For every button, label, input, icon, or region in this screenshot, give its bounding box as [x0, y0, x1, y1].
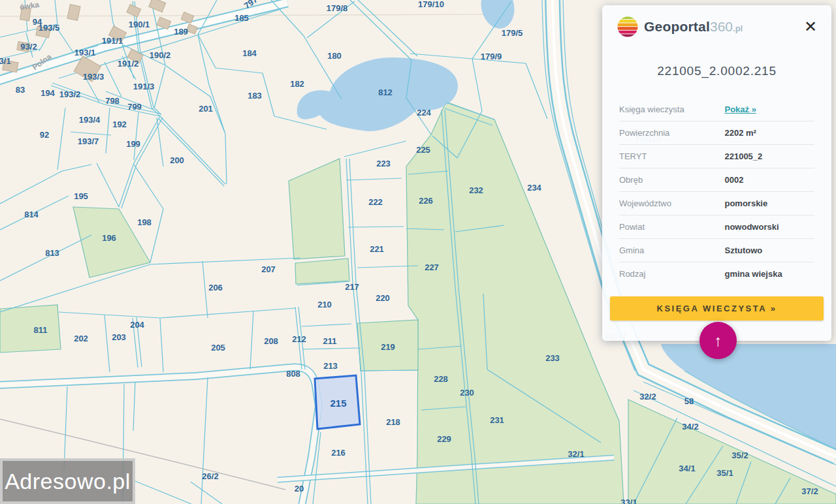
- parcel-label[interactable]: 193/2: [59, 89, 81, 99]
- parcel-label[interactable]: 185: [234, 13, 249, 23]
- pokaz-link[interactable]: Pokaż »: [724, 104, 814, 114]
- parcel-label[interactable]: 195: [74, 191, 88, 201]
- parcel-label[interactable]: 222: [368, 197, 383, 207]
- parcel-label[interactable]: 234: [527, 183, 541, 193]
- close-icon[interactable]: ✕: [801, 18, 820, 36]
- parcel-label[interactable]: 223: [376, 159, 391, 168]
- parcel-label[interactable]: 219: [381, 342, 395, 352]
- parcel-label[interactable]: 191/1: [102, 36, 123, 46]
- parcel-label[interactable]: 808: [286, 369, 300, 379]
- parcel-label[interactable]: 227: [425, 262, 439, 272]
- parcel-label[interactable]: 218: [386, 417, 400, 427]
- parcel-label[interactable]: 811: [34, 325, 48, 335]
- parcel-label[interactable]: 192: [112, 119, 127, 129]
- parcel-label[interactable]: 193/7: [78, 136, 99, 146]
- parcel-label[interactable]: 32/1: [568, 449, 584, 459]
- parcel-label[interactable]: 193/4: [79, 115, 101, 125]
- attribute-row: Województwopomorskie: [619, 191, 814, 215]
- parcel-label[interactable]: 32/2: [639, 392, 656, 402]
- attribute-label: TERYT: [619, 151, 724, 161]
- parcel-label[interactable]: 93/1: [0, 56, 11, 66]
- parcel-label[interactable]: 194: [40, 88, 55, 98]
- logo-brand: Geoportal: [644, 19, 710, 34]
- parcel-label[interactable]: 233: [545, 353, 560, 363]
- parcel-label[interactable]: 211: [323, 336, 337, 346]
- parcel-label[interactable]: 212: [292, 334, 306, 344]
- parcel-label[interactable]: 206: [208, 283, 223, 292]
- parcel-label[interactable]: 799: [127, 102, 142, 112]
- attribute-value: 2202 m²: [724, 128, 814, 138]
- parcel-label[interactable]: 213: [323, 361, 338, 371]
- parcel-label[interactable]: 179/9: [481, 52, 502, 61]
- parcel-label[interactable]: 224: [417, 108, 431, 118]
- parcel-label[interactable]: 34/1: [679, 464, 695, 473]
- parcel-label[interactable]: 201: [199, 104, 213, 114]
- parcel-label[interactable]: 193/1: [74, 48, 96, 57]
- parcel-label[interactable]: 202: [74, 334, 88, 343]
- parcel-label[interactable]: 798: [105, 96, 120, 106]
- parcel-label[interactable]: 221: [370, 244, 384, 254]
- parcel-label[interactable]: 228: [434, 374, 448, 384]
- parcel-label[interactable]: 203: [112, 332, 126, 342]
- parcel-label[interactable]: 205: [211, 343, 225, 353]
- parcel-label[interactable]: 182: [290, 79, 304, 89]
- parcel-label[interactable]: 207: [261, 264, 276, 274]
- parcel-label[interactable]: 93/2: [20, 42, 37, 52]
- attribute-value: 0002: [724, 175, 814, 185]
- parcel-label[interactable]: 190/1: [129, 20, 150, 29]
- parcel-label[interactable]: 26/2: [202, 471, 218, 481]
- geoportal-map-viewer: ówkaPolna94193/593/293/183194193/1193/21…: [0, 0, 836, 504]
- ksiega-wieczysta-button[interactable]: KSIĘGA WIECZYSTA »: [610, 296, 824, 321]
- parcel-label[interactable]: 812: [378, 87, 393, 97]
- parcel-label[interactable]: 179/5: [502, 28, 523, 38]
- parcel-label[interactable]: 180: [327, 51, 342, 61]
- parcel-label[interactable]: 208: [264, 336, 278, 346]
- attribute-label: Powierzchnia: [619, 128, 724, 138]
- parcel-label[interactable]: 814: [24, 210, 39, 219]
- parcel-label[interactable]: 215: [330, 398, 346, 409]
- parcel-label[interactable]: 179/10: [418, 0, 444, 9]
- parcel-label[interactable]: 189: [174, 27, 188, 37]
- attribute-row: Powierzchnia2202 m²: [619, 121, 814, 144]
- parcel-label[interactable]: 83: [16, 85, 25, 95]
- parcel-label[interactable]: 199: [126, 139, 140, 149]
- parcel-label[interactable]: 231: [490, 415, 504, 425]
- parcel-label[interactable]: 226: [419, 196, 433, 206]
- parcel-label[interactable]: 20: [295, 484, 304, 494]
- parcel-label[interactable]: 229: [437, 434, 451, 444]
- parcel-label[interactable]: 813: [45, 248, 59, 258]
- parcel-label[interactable]: 230: [460, 388, 474, 398]
- parcel-label[interactable]: 33/1: [620, 497, 637, 504]
- parcel-label[interactable]: 225: [416, 145, 430, 155]
- parcel-label[interactable]: 193/5: [39, 23, 60, 33]
- parcel-label[interactable]: 92: [40, 130, 49, 140]
- attribute-row: Powiatnowodworski: [619, 215, 814, 238]
- parcel-label[interactable]: 35/2: [732, 450, 748, 460]
- parcel-label[interactable]: 210: [317, 300, 332, 309]
- attribute-row: Obręb0002: [619, 168, 814, 191]
- parcel-label[interactable]: 232: [469, 185, 483, 195]
- parcel-label[interactable]: 179/8: [327, 3, 348, 13]
- parcel-label[interactable]: 216: [331, 448, 346, 458]
- parcel-label[interactable]: 191/2: [118, 59, 139, 69]
- parcel-label[interactable]: 34/2: [682, 422, 698, 432]
- parcel-label[interactable]: 204: [130, 320, 144, 330]
- geoportal360-logo[interactable]: Geoportal360.pl: [617, 16, 743, 38]
- parcel-label[interactable]: 193/3: [83, 72, 104, 82]
- parcel-label[interactable]: 190/2: [150, 50, 171, 60]
- parcel-label[interactable]: 200: [170, 155, 184, 165]
- parcel-label[interactable]: 58: [684, 396, 694, 406]
- parcel-label[interactable]: 35/1: [716, 468, 733, 478]
- parcel-label[interactable]: 220: [376, 293, 390, 303]
- attribute-label: Województwo: [619, 198, 724, 208]
- attribute-row: Rodzajgmina wiejska: [619, 262, 814, 285]
- parcel-label[interactable]: 217: [345, 282, 359, 292]
- scroll-top-button[interactable]: ↑: [699, 322, 737, 359]
- parcel-label[interactable]: 198: [137, 217, 152, 227]
- parcel-label[interactable]: 37/2: [801, 486, 818, 496]
- parcel-label[interactable]: 184: [242, 48, 257, 58]
- parcel-label[interactable]: 183: [248, 91, 262, 101]
- green-209-2: [295, 259, 349, 284]
- parcel-label[interactable]: 191/3: [133, 82, 155, 91]
- parcel-label[interactable]: 196: [102, 233, 116, 243]
